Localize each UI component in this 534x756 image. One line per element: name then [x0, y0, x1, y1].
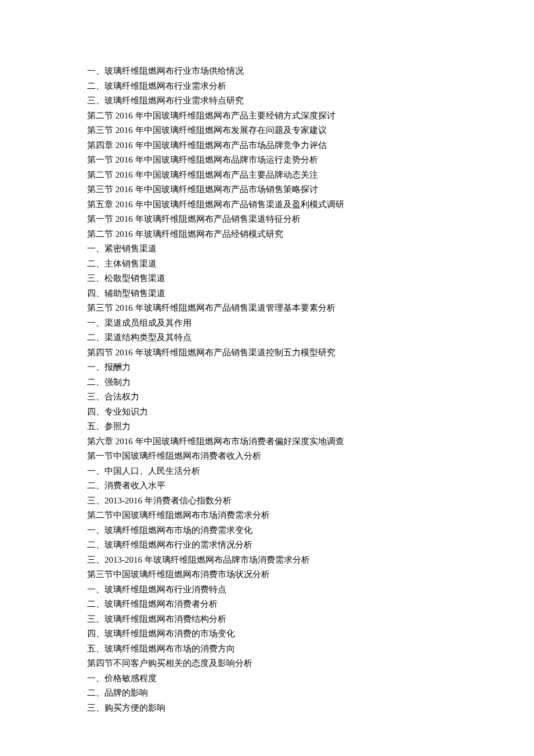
toc-line: 四、专业知识力 [87, 405, 447, 420]
toc-line: 一、玻璃纤维阻燃网布行业消费特点 [87, 582, 447, 597]
toc-line: 第二节中国玻璃纤维阻燃网布市场消费需求分析 [87, 508, 447, 523]
toc-line: 三、合法权力 [87, 390, 447, 405]
toc-line: 第二节 2016 年玻璃纤维阻燃网布产品经销模式研究 [87, 227, 447, 242]
toc-line: 二、强制力 [87, 375, 447, 390]
toc-line: 第四节不同客户购买相关的态度及影响分析 [87, 656, 447, 671]
toc-line: 五、玻璃纤维阻燃网布市场的消费方向 [87, 642, 447, 657]
toc-line: 第三节中国玻璃纤维阻燃网布消费市场状况分析 [87, 567, 447, 582]
toc-line: 三、购买方便的影响 [87, 701, 447, 716]
toc-line: 四、辅助型销售渠道 [87, 286, 447, 301]
toc-line: 五、参照力 [87, 419, 447, 434]
toc-line: 二、消费者收入水平 [87, 478, 447, 494]
toc-line: 二、主体销售渠道 [87, 257, 447, 272]
toc-line: 四、玻璃纤维阻燃网布消费的市场变化 [87, 627, 447, 642]
toc-line: 一、报酬力 [87, 360, 447, 375]
toc-line: 一、中国人口、人民生活分析 [87, 464, 447, 479]
toc-line: 三、松散型销售渠道 [87, 271, 447, 286]
toc-line: 第一节中国玻璃纤维阻燃网布消费者收入分析 [87, 449, 447, 464]
toc-line: 一、价格敏感程度 [87, 671, 447, 686]
toc-line: 三、玻璃纤维阻燃网布行业需求特点研究 [87, 93, 447, 109]
toc-line: 一、玻璃纤维阻燃网布市场的消费需求变化 [87, 523, 447, 538]
toc-line: 第二节 2016 年中国玻璃纤维阻燃网布产品主要经销方式深度探讨 [87, 109, 447, 124]
toc-line: 第五章 2016 年中国玻璃纤维阻燃网布产品销售渠道及盈利模式调研 [87, 197, 447, 213]
toc-line: 二、玻璃纤维阻燃网布行业的需求情况分析 [87, 538, 447, 553]
toc-line: 第四节 2016 年玻璃纤维阻燃网布产品销售渠道控制五力模型研究 [87, 345, 447, 361]
toc-line: 一、渠道成员组成及其作用 [87, 316, 447, 331]
toc-line: 三、2013-2016 年消费者信心指数分析 [87, 494, 447, 509]
toc-line: 二、渠道结构类型及其特点 [87, 330, 447, 345]
toc-line: 第六章 2016 年中国玻璃纤维阻燃网布市场消费者偏好深度实地调查 [87, 434, 447, 449]
toc-line: 第三节 2016 年玻璃纤维阻燃网布产品销售渠道管理基本要素分析 [87, 301, 447, 316]
toc-line: 第三节 2016 年中国玻璃纤维阻燃网布产品市场销售策略探讨 [87, 182, 447, 197]
toc-line: 三、2013-2016 年玻璃纤维阻燃网布品牌市场消费需求分析 [87, 553, 447, 568]
toc-line: 三、玻璃纤维阻燃网布消费结构分析 [87, 612, 447, 627]
toc-line: 第三节 2016 年中国玻璃纤维阻燃网布发展存在问题及专家建议 [87, 123, 447, 138]
toc-line: 二、玻璃纤维阻燃网布消费者分析 [87, 597, 447, 612]
toc-line: 第一节 2016 年中国玻璃纤维阻燃网布品牌市场运行走势分析 [87, 153, 447, 168]
toc-line: 第四章 2016 年中国玻璃纤维阻燃网布产品市场品牌竞争力评估 [87, 138, 447, 153]
toc-line: 二、玻璃纤维阻燃网布行业需求分析 [87, 79, 447, 94]
toc-line: 一、玻璃纤维阻燃网布行业市场供给情况 [87, 64, 447, 79]
toc-line: 第一节 2016 年玻璃纤维阻燃网布产品销售渠道特征分析 [87, 212, 447, 227]
document-page: 一、玻璃纤维阻燃网布行业市场供给情况 二、玻璃纤维阻燃网布行业需求分析 三、玻璃… [0, 0, 534, 756]
toc-line: 二、品牌的影响 [87, 686, 447, 701]
toc-line: 一、紧密销售渠道 [87, 242, 447, 257]
toc-line: 第二节 2016 年中国玻璃纤维阻燃网布产品主要品牌动态关注 [87, 168, 447, 183]
